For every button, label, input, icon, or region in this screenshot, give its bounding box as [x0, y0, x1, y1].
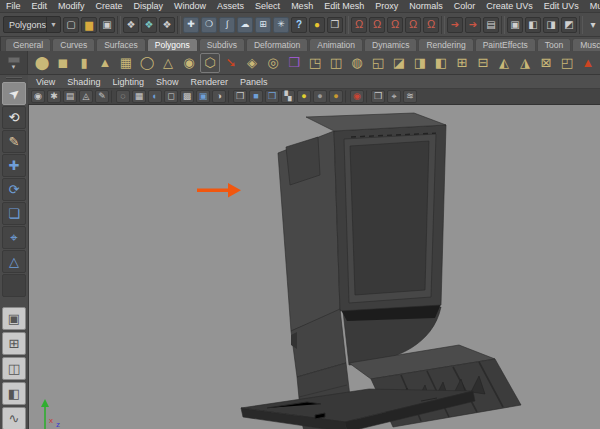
textured-icon[interactable]: ◐: [148, 90, 162, 103]
convert-to-poly-icon[interactable]: ➘: [221, 53, 241, 73]
tab-muscle[interactable]: Muscle: [572, 38, 600, 51]
shadows-icon[interactable]: ▩: [180, 90, 194, 103]
menu-window[interactable]: Window: [174, 1, 206, 11]
menu-edit-uvs[interactable]: Edit UVs: [544, 1, 579, 11]
panel-menu-view[interactable]: View: [36, 77, 55, 87]
poly-cube-icon[interactable]: ◼: [53, 53, 73, 73]
panel-menu-renderer[interactable]: Renderer: [190, 77, 228, 87]
camera-attributes-icon[interactable]: ✱: [47, 90, 61, 103]
shaded-icon[interactable]: ▦: [132, 90, 146, 103]
poly-plane-icon[interactable]: ▦: [116, 53, 136, 73]
cut-faces-icon[interactable]: ◪: [389, 53, 409, 73]
render-view-icon[interactable]: ▣: [507, 17, 523, 33]
combine-icon[interactable]: ◈: [242, 53, 262, 73]
menu-create[interactable]: Create: [96, 1, 123, 11]
layout-persp-outliner[interactable]: ◫: [2, 357, 26, 380]
snap-grid-icon[interactable]: Ω: [351, 17, 367, 33]
bookmark-icon[interactable]: ▤: [63, 90, 77, 103]
snap-curve-icon[interactable]: Ω: [369, 17, 385, 33]
menu-proxy[interactable]: Proxy: [375, 1, 398, 11]
light-yellow-icon[interactable]: ●: [297, 90, 311, 103]
tab-surfaces[interactable]: Surfaces: [96, 38, 146, 51]
new-scene-icon[interactable]: ▢: [63, 17, 79, 33]
menu-edit[interactable]: Edit: [32, 1, 48, 11]
tab-general[interactable]: General: [5, 38, 51, 51]
layout-single-pane[interactable]: ▣: [2, 307, 26, 330]
menu-mesh[interactable]: Mesh: [291, 1, 313, 11]
collapse-arrow-icon[interactable]: ▾: [585, 17, 600, 33]
viewport[interactable]: x z: [28, 105, 600, 429]
mask-points-icon[interactable]: ❍: [201, 17, 217, 33]
mask-all-icon[interactable]: ✚: [183, 17, 199, 33]
xray-icon[interactable]: ❒: [371, 90, 385, 103]
tab-curves[interactable]: Curves: [52, 38, 95, 51]
menu-assets[interactable]: Assets: [217, 1, 244, 11]
smooth-mesh-icon[interactable]: ⊟: [473, 53, 493, 73]
separate-icon[interactable]: ◎: [263, 53, 283, 73]
poly-platonic-icon[interactable]: ⬡: [200, 53, 220, 73]
camera-gate-icon[interactable]: ⌖: [387, 90, 401, 103]
menu-file[interactable]: File: [6, 1, 21, 11]
checker-icon[interactable]: ▚: [281, 90, 295, 103]
poly-sphere-icon[interactable]: ⬤: [32, 53, 52, 73]
move-tool[interactable]: ✚: [2, 154, 26, 177]
render-current-icon[interactable]: ◧: [525, 17, 541, 33]
tab-polygons[interactable]: Polygons: [147, 38, 198, 51]
menu-color[interactable]: Color: [454, 1, 476, 11]
isolate-select-icon[interactable]: ◉: [350, 90, 364, 103]
ipr-render-icon[interactable]: ◨: [543, 17, 559, 33]
panel-menu-panels[interactable]: Panels: [240, 77, 268, 87]
image-plane-icon[interactable]: ◬: [79, 90, 93, 103]
default-material-icon[interactable]: ❒: [233, 90, 247, 103]
lasso-tool[interactable]: ⟲: [2, 106, 26, 129]
save-scene-icon[interactable]: ▣: [99, 17, 115, 33]
selection-mode-dropdown[interactable]: Polygons ▼: [3, 16, 61, 33]
two-d-pan-zoom-icon[interactable]: ✎: [95, 90, 109, 103]
panel-menu-shading[interactable]: Shading: [67, 77, 100, 87]
menu-select[interactable]: Select: [255, 1, 280, 11]
menu-modify[interactable]: Modify: [58, 1, 85, 11]
rotate-tool[interactable]: ⟳: [2, 178, 26, 201]
sculpt-geometry-icon[interactable]: ▲: [578, 53, 598, 73]
select-tool[interactable]: ➤: [2, 82, 26, 105]
layout-four-pane[interactable]: ⊞: [2, 332, 26, 355]
outputs-icon[interactable]: ➔: [465, 17, 481, 33]
tab-subdivs[interactable]: Subdivs: [199, 38, 245, 51]
construction-history-icon[interactable]: ▤: [483, 17, 499, 33]
snap-view-icon[interactable]: Ω: [423, 17, 439, 33]
select-object-icon[interactable]: ❖: [141, 17, 157, 33]
mask-surfaces-icon[interactable]: ☁: [237, 17, 253, 33]
wedge-icon[interactable]: ◮: [515, 53, 535, 73]
shaded-display-icon[interactable]: ■: [249, 90, 263, 103]
split-polygon-icon[interactable]: ◱: [368, 53, 388, 73]
tab-rendering[interactable]: Rendering: [418, 38, 473, 51]
merge-icon[interactable]: ◍: [347, 53, 367, 73]
panel-menu-lighting[interactable]: Lighting: [112, 77, 144, 87]
mask-misc-icon[interactable]: ?: [291, 17, 307, 33]
mask-curves-icon[interactable]: ∫: [219, 17, 235, 33]
snap-plane-icon[interactable]: Ω: [405, 17, 421, 33]
select-component-icon[interactable]: ❖: [159, 17, 175, 33]
shelf-tab-toggle-button[interactable]: [8, 57, 20, 63]
paint-selection-tool[interactable]: ✎: [2, 130, 26, 153]
wireframe-icon[interactable]: ◌: [116, 90, 130, 103]
all-lights-icon[interactable]: ◻: [164, 90, 178, 103]
inputs-icon[interactable]: ➔: [447, 17, 463, 33]
snap-point-icon[interactable]: Ω: [387, 17, 403, 33]
mirror-geometry-icon[interactable]: ◰: [557, 53, 577, 73]
panel-menu-show[interactable]: Show: [156, 77, 179, 87]
poly-cylinder-icon[interactable]: ▮: [74, 53, 94, 73]
light-gold-icon[interactable]: ●: [329, 90, 343, 103]
scale-tool[interactable]: ❏: [2, 202, 26, 225]
add-divisions-icon[interactable]: ⊞: [452, 53, 472, 73]
select-camera-icon[interactable]: ◉: [31, 90, 45, 103]
tab-deformation[interactable]: Deformation: [246, 38, 308, 51]
poly-cone-icon[interactable]: ▲: [95, 53, 115, 73]
bridge-icon[interactable]: ◫: [326, 53, 346, 73]
layout-persp-graph[interactable]: ◧: [2, 382, 26, 405]
tab-dynamics[interactable]: Dynamics: [364, 38, 417, 51]
menu-display[interactable]: Display: [134, 1, 164, 11]
tab-painteffects[interactable]: PaintEffects: [475, 38, 536, 51]
poke-icon[interactable]: ⊠: [536, 53, 556, 73]
offset-edge-loop-icon[interactable]: ◧: [431, 53, 451, 73]
